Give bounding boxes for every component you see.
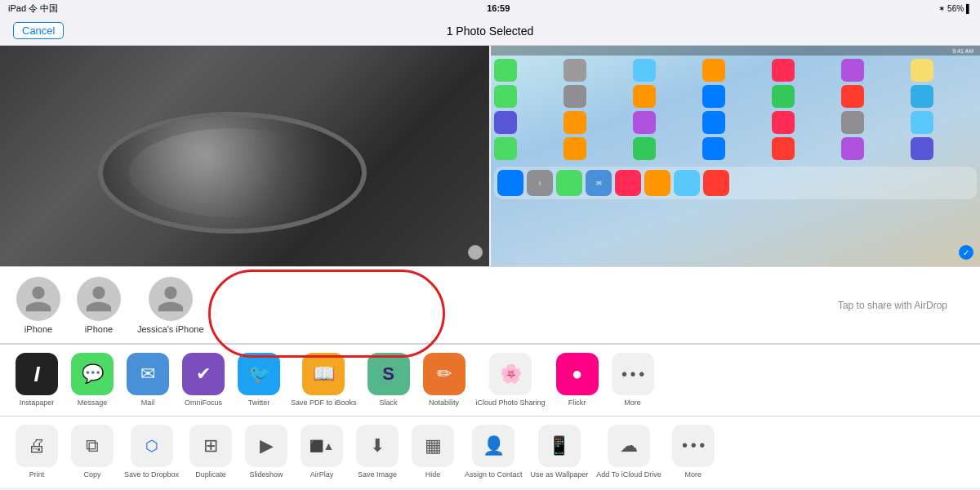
- ipad-status-bar: 9:41 AM: [491, 46, 980, 56]
- action-slideshow[interactable]: ▶ Slideshow: [243, 425, 290, 479]
- action-more-icon: • • •: [672, 425, 715, 467]
- share-ibooks[interactable]: 📖 Save PDF to iBooks: [291, 353, 357, 408]
- photo-washer[interactable]: [0, 46, 489, 266]
- app-misc7: [564, 137, 586, 160]
- app-1password: [841, 59, 864, 82]
- top-bar: Cancel 1 Photo Selected: [0, 16, 980, 46]
- app-settings2: [564, 85, 586, 108]
- action-row: 🖨 Print ⧉ Copy ⬡ Save to Dropbox ⊞ Dupli…: [0, 416, 980, 488]
- airdrop-device-1[interactable]: iPhone: [16, 277, 60, 334]
- action-dropbox[interactable]: ⬡ Save to Dropbox: [124, 425, 179, 479]
- icloud-photo-icon: 🌸: [489, 353, 532, 395]
- copy-icon: ⧉: [71, 425, 114, 467]
- action-hide[interactable]: ▦ Hide: [409, 425, 457, 479]
- assign-contact-icon: 👤: [472, 425, 514, 467]
- slideshow-label: Slideshow: [250, 470, 283, 479]
- app-misc2: [702, 111, 725, 134]
- share-more[interactable]: • • • More: [609, 353, 657, 408]
- ipad-image: 9:41 AM: [491, 46, 980, 266]
- share-notability[interactable]: ✏ Notability: [421, 353, 468, 408]
- hide-label: Hide: [425, 470, 441, 479]
- share-icloud-photo[interactable]: 🌸 iCloud Photo Sharing: [476, 353, 546, 408]
- instapaper-icon: I: [16, 353, 58, 395]
- action-more[interactable]: • • • More: [670, 425, 717, 479]
- action-wallpaper[interactable]: 📱 Use as Wallpaper: [531, 425, 589, 479]
- save-image-icon: ⬇: [356, 425, 399, 467]
- share-flickr[interactable]: ● Flickr: [554, 353, 601, 408]
- share-more-icon: • • •: [612, 353, 654, 395]
- ibooks-label: Save PDF to iBooks: [291, 399, 357, 408]
- airplay-label: AirPlay: [310, 470, 334, 479]
- action-icloud-drive[interactable]: ☁ Add To iCloud Drive: [596, 425, 661, 479]
- washer-door-detail: [98, 112, 367, 234]
- dock-app-4: ✉: [586, 170, 612, 196]
- slack-icon: S: [368, 353, 410, 395]
- app-misc3: [772, 111, 795, 134]
- app-grid: [491, 56, 980, 163]
- print-icon: 🖨: [16, 425, 58, 467]
- status-bar: iPad 令 中国 16:59 ✶ 56% ▌: [0, 0, 980, 16]
- twitter-label: Twitter: [248, 399, 270, 408]
- photo-ipad[interactable]: 9:41 AM: [489, 46, 980, 266]
- action-print[interactable]: 🖨 Print: [13, 425, 60, 479]
- app-misc1: [633, 111, 656, 134]
- action-airplay[interactable]: ⬛▲ AirPlay: [298, 425, 345, 479]
- twitter-icon: 🐦: [238, 353, 280, 395]
- app-settings: [702, 59, 725, 82]
- ibooks-icon: 📖: [302, 353, 345, 395]
- dock-app-6: [644, 170, 670, 196]
- action-more-label: More: [684, 470, 702, 479]
- airdrop-tap-hint: Tap to share with AirDrop: [838, 300, 964, 311]
- device-name-2: iPhone: [85, 324, 113, 334]
- person-icon-2: [83, 283, 114, 314]
- app-contacts: [564, 59, 586, 82]
- share-omnifocus[interactable]: ✔ OmniFocus: [180, 353, 227, 408]
- app-swiftkey: [494, 111, 517, 134]
- share-mail[interactable]: ✉ Mail: [124, 353, 172, 408]
- page-title: 1 Photo Selected: [447, 24, 534, 38]
- notability-icon: ✏: [423, 353, 466, 395]
- icloud-drive-icon: ☁: [608, 425, 650, 467]
- device-avatar-2: [77, 277, 121, 321]
- instapaper-label: Instapaper: [20, 399, 55, 408]
- selection-check-ipad: ✓: [959, 245, 973, 260]
- flickr-label: Flickr: [568, 399, 586, 408]
- omnifocus-icon: ✔: [182, 353, 225, 395]
- share-twitter[interactable]: 🐦 Twitter: [235, 353, 283, 408]
- cancel-button[interactable]: Cancel: [13, 22, 64, 39]
- app-misc9: [702, 137, 725, 160]
- share-slack[interactable]: S Slack: [365, 353, 412, 408]
- assign-contact-label: Assign to Contact: [465, 470, 523, 479]
- app-facetime: [494, 85, 517, 108]
- mail-icon: ✉: [127, 353, 169, 395]
- dock-app-2: I: [527, 170, 553, 196]
- person-icon-1: [23, 283, 54, 314]
- app-misc6: [494, 137, 517, 160]
- dock-app-7: [674, 170, 700, 196]
- app-photos: [772, 59, 795, 82]
- airplay-icon: ⬛▲: [301, 425, 343, 467]
- dropbox-label: Save to Dropbox: [124, 470, 179, 479]
- action-save-image[interactable]: ⬇ Save Image: [354, 425, 401, 479]
- icloud-photo-label: iCloud Photo Sharing: [476, 399, 546, 408]
- action-copy[interactable]: ⧉ Copy: [69, 425, 116, 479]
- airdrop-section: iPhone iPhone Jessica's iPhone Tap to sh…: [0, 266, 980, 344]
- airdrop-device-3[interactable]: Jessica's iPhone: [137, 277, 204, 334]
- action-assign-contact[interactable]: 👤 Assign to Contact: [465, 425, 523, 479]
- duplicate-label: Duplicate: [195, 470, 226, 479]
- share-instapaper[interactable]: I Instapaper: [13, 353, 60, 408]
- share-message[interactable]: 💬 Message: [69, 353, 116, 408]
- hide-icon: ▦: [412, 425, 454, 467]
- share-more-label: More: [624, 399, 641, 408]
- app-misc12: [911, 137, 933, 160]
- action-duplicate[interactable]: ⊞ Duplicate: [187, 425, 234, 479]
- airdrop-device-2[interactable]: iPhone: [77, 277, 121, 334]
- mail-label: Mail: [141, 399, 155, 408]
- photos-container: 9:41 AM: [0, 46, 980, 266]
- device-name-3: Jessica's iPhone: [137, 324, 204, 334]
- slack-label: Slack: [380, 399, 398, 408]
- app-store: [633, 85, 656, 108]
- app-misc10: [772, 137, 795, 160]
- dock-app-5: [615, 170, 641, 196]
- app-misc5: [911, 111, 933, 134]
